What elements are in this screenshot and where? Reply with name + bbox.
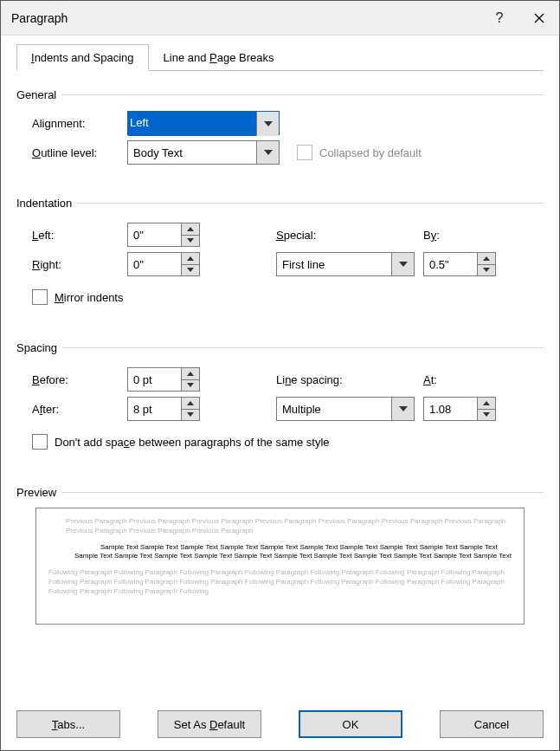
special-value: First line — [276, 252, 392, 276]
outline-level-label: Outline level: — [32, 146, 127, 159]
dropdown-arrow-icon[interactable] — [257, 140, 280, 165]
special-label: Special: — [276, 229, 423, 242]
before-spinner[interactable]: 0 pt — [127, 367, 200, 392]
spinner-up-icon[interactable] — [181, 252, 200, 264]
tabs-button[interactable]: Tabs... — [16, 710, 120, 738]
spinner-down-icon[interactable] — [181, 379, 200, 392]
linespacing-value: Multiple — [276, 397, 392, 421]
outline-level-value: Body Text — [127, 140, 257, 165]
preview-sample: Sample Text Sample Text Sample Text Samp… — [48, 543, 512, 562]
alignment-value: Left — [128, 112, 256, 136]
spinner-up-icon[interactable] — [181, 223, 200, 235]
indent-left-label: Left: — [32, 229, 127, 242]
spinner-down-icon[interactable] — [477, 264, 496, 277]
at-value[interactable]: 1.08 — [423, 397, 477, 421]
tab-line-page-breaks[interactable]: Line and Page Breaks — [149, 44, 289, 71]
dropdown-arrow-icon[interactable] — [392, 397, 415, 421]
collapsed-label: Collapsed by default — [319, 146, 422, 159]
after-label: After: — [32, 403, 127, 416]
by-value[interactable]: 0.5" — [423, 252, 477, 276]
after-spinner[interactable]: 8 pt — [127, 397, 200, 421]
spinner-up-icon[interactable] — [181, 367, 200, 379]
close-button[interactable] — [519, 1, 559, 36]
spinner-down-icon[interactable] — [181, 235, 200, 248]
by-spinner[interactable]: 0.5" — [423, 252, 496, 276]
dialog-buttons: Tabs... Set As Default OK Cancel — [16, 710, 544, 738]
indent-right-value[interactable]: 0" — [127, 252, 181, 276]
collapsed-checkbox — [297, 145, 312, 160]
section-preview: Preview — [16, 486, 544, 499]
indent-right-spinner[interactable]: 0" — [127, 252, 200, 276]
indent-right-label: Right: — [32, 258, 127, 271]
mirror-indents-label: Mirror indents — [55, 291, 123, 304]
indent-left-value[interactable]: 0" — [127, 223, 181, 247]
spinner-down-icon[interactable] — [181, 264, 200, 277]
spinner-up-icon[interactable] — [477, 397, 496, 409]
set-as-default-button[interactable]: Set As Default — [158, 710, 261, 738]
alignment-combo[interactable]: Left — [127, 111, 280, 135]
section-general: General — [16, 88, 544, 101]
before-label: Before: — [32, 373, 127, 386]
at-label: At: — [423, 373, 437, 386]
special-combo[interactable]: First line — [276, 252, 415, 276]
indent-left-spinner[interactable]: 0" — [127, 223, 200, 247]
window-title: Paragraph — [11, 11, 480, 25]
spinner-down-icon[interactable] — [477, 409, 496, 422]
before-value[interactable]: 0 pt — [127, 367, 181, 392]
linespacing-label: Line spacing: — [276, 373, 423, 386]
spinner-down-icon[interactable] — [181, 409, 200, 422]
dropdown-arrow-icon[interactable] — [392, 252, 415, 276]
section-indentation: Indentation — [16, 197, 544, 210]
close-icon — [534, 13, 544, 23]
tab-strip: Indents and Spacing Line and Page Breaks — [16, 44, 544, 71]
preview-box: Previous Paragraph Previous Paragraph Pr… — [35, 508, 525, 625]
ok-button[interactable]: OK — [299, 710, 402, 738]
tab-indents-spacing[interactable]: Indents and Spacing — [16, 44, 149, 71]
at-spinner[interactable]: 1.08 — [423, 397, 496, 421]
by-label: By: — [423, 229, 440, 242]
after-value[interactable]: 8 pt — [127, 397, 181, 421]
titlebar: Paragraph ? — [1, 1, 559, 36]
section-spacing: Spacing — [16, 341, 544, 354]
dont-add-space-label: Don't add space between paragraphs of th… — [55, 436, 330, 449]
tab-body: General Alignment: Left Outline level: B… — [16, 70, 544, 693]
linespacing-combo[interactable]: Multiple — [276, 397, 415, 421]
preview-following: Following Paragraph Following Paragraph … — [48, 568, 512, 596]
mirror-indents-checkbox[interactable] — [32, 289, 48, 305]
alignment-label: Alignment: — [32, 117, 127, 130]
cancel-button[interactable]: Cancel — [440, 710, 544, 738]
help-button[interactable]: ? — [480, 1, 519, 36]
preview-previous: Previous Paragraph Previous Paragraph Pr… — [48, 517, 512, 536]
dont-add-space-checkbox[interactable] — [32, 434, 48, 450]
spinner-up-icon[interactable] — [477, 252, 496, 264]
outline-level-combo[interactable]: Body Text — [127, 140, 280, 165]
spinner-up-icon[interactable] — [181, 397, 200, 409]
dropdown-arrow-icon[interactable] — [256, 112, 279, 136]
